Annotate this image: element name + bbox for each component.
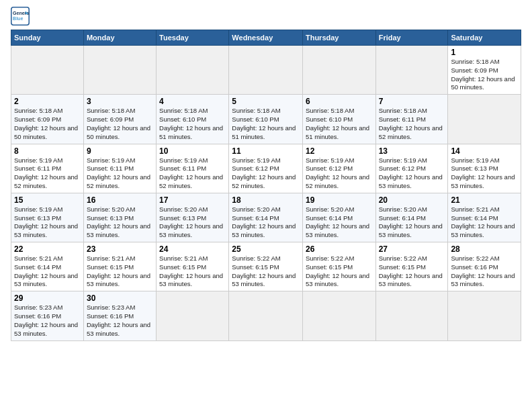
svg-text:Blue: Blue (13, 16, 23, 21)
calendar-header-saturday: Saturday (448, 30, 521, 46)
calendar-cell-13: 13Sunrise: 5:19 AMSunset: 6:12 PMDayligh… (375, 144, 448, 193)
day-info: Sunrise: 5:18 AMSunset: 6:09 PMDaylight:… (14, 107, 81, 141)
day-info: Sunrise: 5:18 AMSunset: 6:10 PMDaylight:… (159, 107, 226, 141)
day-info: Sunrise: 5:21 AMSunset: 6:14 PMDaylight:… (14, 255, 81, 289)
day-number: 25 (232, 244, 300, 254)
day-info: Sunrise: 5:20 AMSunset: 6:14 PMDaylight:… (379, 205, 445, 240)
day-info: Sunrise: 5:19 AMSunset: 6:12 PMDaylight:… (306, 156, 373, 191)
day-number: 10 (159, 146, 226, 156)
empty-cell (448, 291, 521, 340)
calendar-row-3: 15Sunrise: 5:19 AMSunset: 6:13 PMDayligh… (11, 193, 521, 242)
day-info: Sunrise: 5:18 AMSunset: 6:09 PMDaylight:… (87, 107, 153, 141)
day-info: Sunrise: 5:19 AMSunset: 6:12 PMDaylight:… (379, 156, 445, 191)
calendar-cell-15: 15Sunrise: 5:19 AMSunset: 6:13 PMDayligh… (11, 193, 84, 242)
calendar-header-monday: Monday (83, 30, 156, 46)
day-info: Sunrise: 5:20 AMSunset: 6:13 PMDaylight:… (159, 205, 226, 240)
calendar-cell-27: 27Sunrise: 5:22 AMSunset: 6:15 PMDayligh… (375, 242, 448, 291)
day-info: Sunrise: 5:22 AMSunset: 6:15 PMDaylight:… (379, 255, 445, 289)
calendar-header-thursday: Thursday (302, 30, 375, 46)
day-info: Sunrise: 5:22 AMSunset: 6:15 PMDaylight:… (232, 255, 300, 289)
day-info: Sunrise: 5:22 AMSunset: 6:15 PMDaylight:… (306, 255, 373, 289)
day-number: 24 (159, 244, 226, 254)
day-info: Sunrise: 5:20 AMSunset: 6:14 PMDaylight:… (232, 205, 300, 240)
calendar-cell-3: 3Sunrise: 5:18 AMSunset: 6:09 PMDaylight… (83, 95, 156, 144)
calendar-cell-18: 18Sunrise: 5:20 AMSunset: 6:14 PMDayligh… (229, 193, 303, 242)
day-info: Sunrise: 5:21 AMSunset: 6:15 PMDaylight:… (87, 255, 153, 289)
day-info: Sunrise: 5:19 AMSunset: 6:11 PMDaylight:… (159, 156, 226, 191)
day-info: Sunrise: 5:19 AMSunset: 6:11 PMDaylight:… (14, 156, 81, 191)
calendar-cell-4: 4Sunrise: 5:18 AMSunset: 6:10 PMDaylight… (157, 95, 229, 144)
calendar-cell-11: 11Sunrise: 5:19 AMSunset: 6:12 PMDayligh… (229, 144, 303, 193)
calendar-header-wednesday: Wednesday (229, 30, 303, 46)
empty-cell (302, 291, 375, 340)
logo: General Blue (11, 7, 30, 26)
day-number: 5 (232, 97, 300, 106)
calendar-cell-20: 20Sunrise: 5:20 AMSunset: 6:14 PMDayligh… (375, 193, 448, 242)
day-info: Sunrise: 5:18 AMSunset: 6:09 PMDaylight:… (451, 58, 518, 92)
day-info: Sunrise: 5:18 AMSunset: 6:11 PMDaylight:… (379, 107, 445, 141)
calendar-cell-6: 6Sunrise: 5:18 AMSunset: 6:10 PMDaylight… (302, 95, 375, 144)
day-number: 9 (87, 146, 153, 156)
day-number: 11 (232, 146, 300, 156)
day-info: Sunrise: 5:23 AMSunset: 6:16 PMDaylight:… (87, 304, 153, 338)
day-number: 14 (451, 146, 518, 156)
calendar-cell-8: 8Sunrise: 5:19 AMSunset: 6:11 PMDaylight… (11, 144, 84, 193)
calendar-row-5: 29Sunrise: 5:23 AMSunset: 6:16 PMDayligh… (11, 291, 521, 340)
empty-cell (11, 46, 84, 95)
day-number: 20 (379, 195, 445, 205)
empty-cell (157, 46, 229, 95)
calendar-row-1: 2Sunrise: 5:18 AMSunset: 6:09 PMDaylight… (11, 95, 521, 144)
day-number: 29 (14, 293, 81, 303)
calendar-header-sunday: Sunday (11, 30, 84, 46)
day-number: 21 (451, 195, 518, 205)
day-number: 18 (232, 195, 300, 205)
day-info: Sunrise: 5:20 AMSunset: 6:13 PMDaylight:… (87, 205, 153, 240)
day-info: Sunrise: 5:21 AMSunset: 6:15 PMDaylight:… (159, 255, 226, 289)
day-info: Sunrise: 5:23 AMSunset: 6:16 PMDaylight:… (14, 304, 81, 338)
day-number: 22 (14, 244, 81, 254)
day-number: 12 (306, 146, 373, 156)
day-info: Sunrise: 5:20 AMSunset: 6:14 PMDaylight:… (306, 205, 373, 240)
day-number: 8 (14, 146, 81, 156)
day-info: Sunrise: 5:21 AMSunset: 6:14 PMDaylight:… (451, 205, 518, 240)
calendar-header-friday: Friday (375, 30, 448, 46)
calendar-cell-5: 5Sunrise: 5:18 AMSunset: 6:10 PMDaylight… (229, 95, 303, 144)
day-info: Sunrise: 5:19 AMSunset: 6:11 PMDaylight:… (87, 156, 153, 191)
calendar-cell-21: 21Sunrise: 5:21 AMSunset: 6:14 PMDayligh… (448, 193, 521, 242)
day-number: 16 (87, 195, 153, 205)
calendar-cell-14: 14Sunrise: 5:19 AMSunset: 6:13 PMDayligh… (448, 144, 521, 193)
calendar-cell-29: 29Sunrise: 5:23 AMSunset: 6:16 PMDayligh… (11, 291, 84, 340)
calendar-cell-30: 30Sunrise: 5:23 AMSunset: 6:16 PMDayligh… (83, 291, 156, 340)
day-info: Sunrise: 5:22 AMSunset: 6:16 PMDaylight:… (451, 255, 518, 289)
calendar-cell-25: 25Sunrise: 5:22 AMSunset: 6:15 PMDayligh… (229, 242, 303, 291)
day-info: Sunrise: 5:19 AMSunset: 6:13 PMDaylight:… (451, 156, 518, 191)
empty-cell (302, 46, 375, 95)
day-info: Sunrise: 5:18 AMSunset: 6:10 PMDaylight:… (306, 107, 373, 141)
empty-cell (375, 291, 448, 340)
calendar-cell-23: 23Sunrise: 5:21 AMSunset: 6:15 PMDayligh… (83, 242, 156, 291)
day-number: 23 (87, 244, 153, 254)
calendar-table: SundayMondayTuesdayWednesdayThursdayFrid… (11, 30, 521, 341)
empty-cell (375, 46, 448, 95)
day-number: 30 (87, 293, 153, 303)
calendar-cell-22: 22Sunrise: 5:21 AMSunset: 6:14 PMDayligh… (11, 242, 84, 291)
calendar-row-2: 8Sunrise: 5:19 AMSunset: 6:11 PMDaylight… (11, 144, 521, 193)
calendar-header-tuesday: Tuesday (157, 30, 229, 46)
day-number: 1 (451, 48, 518, 57)
calendar-row-4: 22Sunrise: 5:21 AMSunset: 6:14 PMDayligh… (11, 242, 521, 291)
day-number: 17 (159, 195, 226, 205)
empty-cell (229, 291, 303, 340)
day-number: 28 (451, 244, 518, 254)
day-number: 13 (379, 146, 445, 156)
day-number: 15 (14, 195, 81, 205)
day-number: 19 (306, 195, 373, 205)
calendar-cell-2: 2Sunrise: 5:18 AMSunset: 6:09 PMDaylight… (11, 95, 84, 144)
calendar-cell-12: 12Sunrise: 5:19 AMSunset: 6:12 PMDayligh… (302, 144, 375, 193)
day-number: 2 (14, 97, 81, 106)
empty-cell (448, 95, 521, 144)
calendar-cell-19: 19Sunrise: 5:20 AMSunset: 6:14 PMDayligh… (302, 193, 375, 242)
day-info: Sunrise: 5:19 AMSunset: 6:12 PMDaylight:… (232, 156, 300, 191)
calendar-cell-7: 7Sunrise: 5:18 AMSunset: 6:11 PMDaylight… (375, 95, 448, 144)
day-number: 6 (306, 97, 373, 106)
day-number: 26 (306, 244, 373, 254)
